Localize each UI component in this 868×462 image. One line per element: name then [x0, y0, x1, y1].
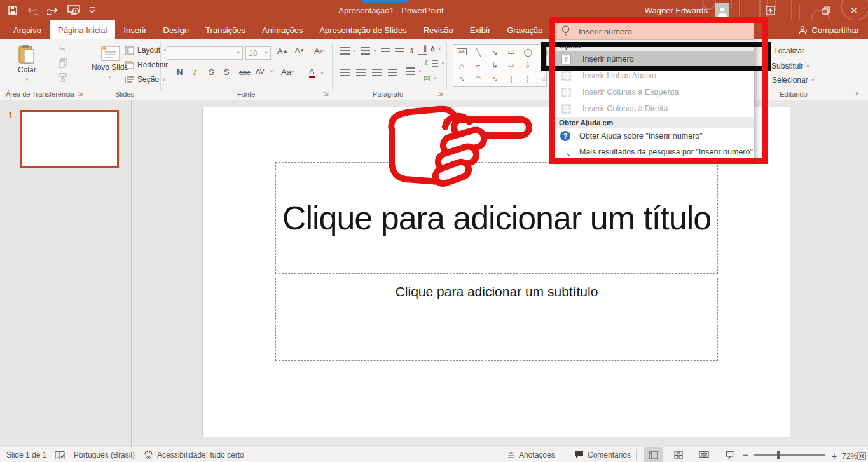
- shape-icon-triangle[interactable]: △: [458, 61, 464, 70]
- clear-formatting-button[interactable]: A◤: [314, 46, 324, 56]
- new-slide-button[interactable]: Novo Slide ˅: [92, 44, 128, 81]
- annotation-pointing-hand: [383, 102, 535, 191]
- tab-exibir[interactable]: Exibir: [462, 20, 499, 39]
- redo-icon[interactable]: [47, 6, 59, 15]
- zoom-slider-thumb[interactable]: [777, 451, 780, 459]
- zoom-out-button[interactable]: −: [743, 447, 748, 462]
- shape-icon-scribble[interactable]: ∿: [458, 74, 465, 83]
- font-name-combobox[interactable]: ˅: [167, 46, 243, 60]
- font-size-combobox[interactable]: 18˅: [245, 46, 271, 60]
- slide-counter[interactable]: Slide 1 de 1: [6, 447, 46, 462]
- zoom-slider[interactable]: [754, 454, 825, 456]
- align-center-icon[interactable]: [356, 69, 366, 76]
- slide-sorter-view-button[interactable]: [669, 447, 688, 462]
- shape-icon-block-arrow-right[interactable]: ⇨: [508, 61, 514, 70]
- restore-button[interactable]: [812, 0, 840, 20]
- tab-apresentacao-de-slides[interactable]: Apresentação de Slides: [311, 20, 415, 39]
- section-button[interactable]: Seção˅: [125, 75, 165, 84]
- shape-icon-block-arrow-down[interactable]: ⇩: [525, 61, 531, 70]
- font-color-button[interactable]: A: [309, 67, 315, 78]
- comments-toggle[interactable]: Comentários: [574, 447, 631, 462]
- close-button[interactable]: ✕: [840, 0, 868, 20]
- spellcheck-icon[interactable]: [55, 447, 65, 462]
- shape-icon-brace-left[interactable]: {: [510, 74, 513, 83]
- slide-thumbnail-number: 1: [8, 111, 13, 120]
- paste-button[interactable]: Colar ˅: [18, 44, 36, 84]
- shape-icon-elbow-arrow[interactable]: ↳: [492, 61, 498, 70]
- align-right-icon[interactable]: [372, 69, 382, 76]
- shape-icon-brace-right[interactable]: }: [527, 74, 529, 83]
- undo-icon[interactable]: [27, 6, 38, 15]
- shape-icon-arc[interactable]: ◠: [475, 74, 481, 83]
- avatar[interactable]: [715, 3, 729, 17]
- bullets-button[interactable]: ˅: [340, 47, 356, 55]
- shape-icon-textbox[interactable]: A≡: [457, 48, 467, 55]
- accessibility-status[interactable]: Acessibilidade: tudo certo: [144, 447, 244, 462]
- user-name[interactable]: Wagner Edwards: [645, 6, 708, 15]
- format-painter-icon[interactable]: [59, 72, 69, 82]
- paragraph-dialog-launcher[interactable]: ⇲: [437, 90, 443, 97]
- shape-icon-curve[interactable]: ∿: [492, 74, 498, 83]
- shape-icon-oval[interactable]: ◯: [523, 48, 532, 57]
- shape-icon-line[interactable]: ╲: [476, 48, 480, 57]
- shapes-gallery[interactable]: A≡ ╲ ↘ ▭ ◯ ▢ △ ⌐ ↳ ⇨ ⇩ ◇ ∿ ◠ ∿ { } ☆: [453, 44, 547, 87]
- numbering-button[interactable]: ˅: [361, 47, 376, 55]
- normal-view-button[interactable]: [644, 447, 663, 462]
- notes-toggle[interactable]: Anotações: [507, 447, 555, 462]
- underline-button[interactable]: S: [209, 67, 214, 77]
- text-direction-button[interactable]: ∥A˅: [424, 44, 441, 53]
- decrease-indent-icon[interactable]: [381, 47, 390, 58]
- slide-thumbnail[interactable]: [20, 110, 119, 168]
- status-bar: Slide 1 de 1 Português (Brasil) Acessibi…: [0, 447, 868, 462]
- customize-qat-icon[interactable]: [89, 6, 95, 14]
- section-icon: [125, 76, 134, 84]
- shape-icon-star[interactable]: ☆: [541, 74, 548, 83]
- tab-design[interactable]: Design: [155, 20, 197, 39]
- strikethrough-abc-button[interactable]: abc: [239, 69, 251, 76]
- tab-transicoes[interactable]: Transições: [197, 20, 254, 39]
- justify-icon[interactable]: [388, 69, 397, 76]
- reset-button[interactable]: Redefinir: [125, 60, 168, 69]
- collapse-ribbon-icon[interactable]: ∧: [855, 89, 860, 97]
- language-status[interactable]: Português (Brasil): [74, 447, 135, 462]
- tab-gravacao[interactable]: Gravação: [499, 20, 551, 39]
- convert-smartart-button[interactable]: ▤˅: [424, 74, 436, 82]
- share-button[interactable]: Compartilhar: [798, 20, 859, 39]
- tab-arquivo[interactable]: Arquivo: [5, 20, 50, 39]
- align-left-icon[interactable]: [340, 69, 350, 76]
- minimize-button[interactable]: —: [784, 0, 812, 20]
- align-text-button[interactable]: ⇳˅: [424, 59, 444, 67]
- select-button[interactable]: Selecionar˅: [762, 76, 814, 85]
- columns-button[interactable]: ˅: [406, 67, 422, 75]
- shape-icon-arrow[interactable]: ↘: [492, 48, 498, 57]
- paste-caret-icon: ˅: [25, 76, 29, 84]
- cut-icon[interactable]: ✂: [59, 44, 67, 55]
- start-presentation-icon[interactable]: [67, 5, 80, 15]
- shape-icon-rectangle[interactable]: ▭: [507, 48, 514, 57]
- grow-font-button[interactable]: A▲: [277, 46, 288, 56]
- tab-animacoes[interactable]: Animações: [254, 20, 311, 39]
- shape-icon-elbow[interactable]: ⌐: [476, 61, 480, 70]
- save-icon[interactable]: [8, 5, 18, 15]
- strikethrough-button[interactable]: S: [224, 67, 230, 77]
- character-spacing-button[interactable]: AV↔˅: [256, 67, 273, 75]
- slideshow-view-button[interactable]: [720, 447, 739, 462]
- copy-icon[interactable]: [59, 58, 68, 68]
- clipboard-dialog-launcher[interactable]: ⇲: [78, 90, 83, 97]
- tab-pagina-inicial[interactable]: Página Inicial: [50, 20, 115, 39]
- subtitle-placeholder[interactable]: Clique para adicionar um subtítulo: [275, 278, 718, 361]
- font-dialog-launcher[interactable]: ⇲: [323, 90, 328, 97]
- zoom-level[interactable]: 72%: [842, 449, 857, 462]
- italic-button[interactable]: I: [193, 67, 196, 78]
- tab-revisao[interactable]: Revisão: [415, 20, 462, 39]
- shrink-font-button[interactable]: A▼: [295, 46, 305, 54]
- fit-slide-to-window-button[interactable]: [857, 449, 866, 462]
- change-case-button[interactable]: Aa˅: [281, 67, 294, 77]
- zoom-in-button[interactable]: +: [832, 449, 837, 462]
- reading-view-button[interactable]: [694, 447, 713, 462]
- tab-inserir[interactable]: Inserir: [115, 20, 155, 39]
- slide-thumbnail-panel[interactable]: 1: [0, 100, 132, 447]
- increase-indent-icon[interactable]: [395, 47, 404, 58]
- bold-button[interactable]: N: [177, 67, 183, 77]
- layout-button[interactable]: Layout˅: [125, 46, 167, 55]
